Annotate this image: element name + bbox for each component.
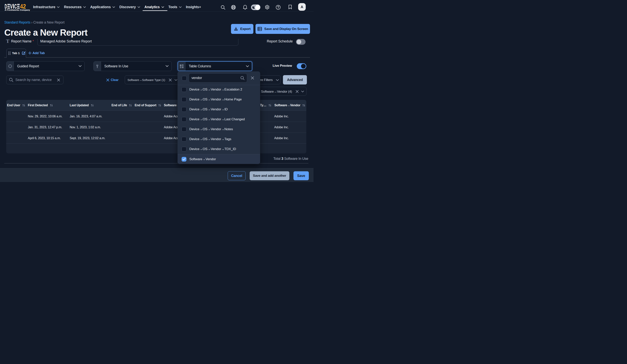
svg-text:42: 42 <box>20 4 26 9</box>
svg-text:C: C <box>14 4 17 9</box>
svg-text:V: V <box>10 4 13 9</box>
svg-text:D: D <box>5 4 7 9</box>
